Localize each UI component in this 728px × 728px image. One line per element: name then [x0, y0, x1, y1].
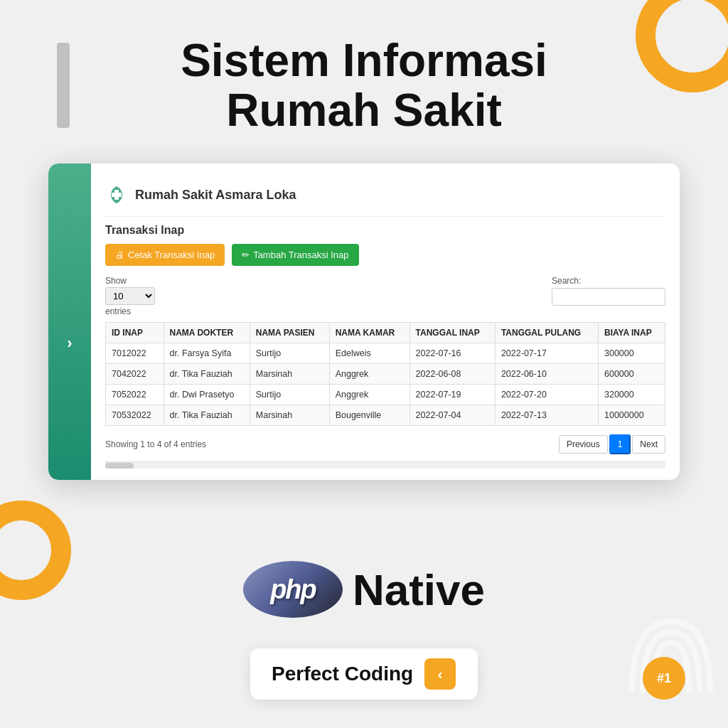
- table-row: 7042022dr. Tika FauziahMarsinahAnggrek20…: [106, 364, 665, 385]
- table-cell: Marsinah: [250, 405, 329, 426]
- pagination-buttons: Previous 1 Next: [559, 434, 665, 454]
- table-cell: Surtijo: [250, 343, 329, 364]
- page-1-button[interactable]: 1: [609, 434, 631, 454]
- table-cell: dr. Tika Fauziah: [164, 405, 250, 426]
- table-cell: 600000: [598, 364, 665, 385]
- table-cell: 7042022: [106, 364, 164, 385]
- table-cell: dr. Tika Fauziah: [164, 364, 250, 385]
- table-header-row: ID INAP NAMA DOKTER NAMA PASIEN NAMA KAM…: [106, 323, 665, 343]
- table-cell: 2022-06-08: [410, 364, 495, 385]
- next-button[interactable]: Next: [632, 435, 665, 454]
- table-cell: 10000000: [598, 405, 665, 426]
- col-tanggal-pulang: TANGGAL PULANG: [495, 323, 598, 343]
- scrollbar-thumb: [105, 463, 134, 469]
- show-label: Show: [105, 276, 155, 286]
- table-cell: Bougenville: [329, 405, 410, 426]
- col-nama-kamar: NAMA KAMAR: [329, 323, 410, 343]
- table-cell: 320000: [598, 385, 665, 405]
- sidebar: ›: [48, 164, 91, 480]
- search-label: Search:: [552, 276, 581, 286]
- native-text: Native: [353, 564, 485, 615]
- main-title: Sistem Informasi Rumah Sakit: [0, 21, 728, 150]
- table-row: 7052022dr. Dwi PrasetyoSurtijoAnggrek202…: [106, 385, 665, 405]
- badge-number-one: #1: [643, 657, 685, 700]
- table-header: ID INAP NAMA DOKTER NAMA PASIEN NAMA KAM…: [106, 323, 665, 343]
- col-nama-dokter: NAMA DOKTER: [164, 323, 250, 343]
- showing-text: Showing 1 to 4 of 4 entries: [105, 439, 206, 449]
- col-id-inap: ID INAP: [106, 323, 164, 343]
- show-select[interactable]: 10 25 50: [105, 287, 155, 305]
- table-cell: 2022-06-10: [495, 364, 598, 385]
- header-bar: Rumah Sakit Asmara Loka: [105, 176, 665, 217]
- search-block: Search:: [552, 276, 665, 306]
- pagination-row: Showing 1 to 4 of 4 entries Previous 1 N…: [105, 434, 665, 459]
- scrollbar-area[interactable]: [105, 461, 665, 469]
- table-cell: Surtijo: [250, 385, 329, 405]
- php-native-section: php Native: [0, 561, 728, 618]
- controls-row: Show 10 25 50 entries Search:: [105, 276, 665, 316]
- table-cell: dr. Dwi Prasetyo: [164, 385, 250, 405]
- table-row: 70532022dr. Tika FauziahMarsinahBougenvi…: [106, 405, 665, 426]
- footer-back-button[interactable]: ‹: [424, 658, 456, 690]
- show-entries-block: Show 10 25 50 entries: [105, 276, 155, 316]
- buttons-row: 🖨 Cetak Transaksi Inap ✏ Tambah Transaks…: [105, 244, 665, 266]
- browser-window: › Rumah Sakit Asmara Loka Transaksi Inap…: [48, 164, 680, 480]
- col-nama-pasien: NAMA PASIEN: [250, 323, 329, 343]
- col-biaya-inap: BIAYA INAP: [598, 323, 665, 343]
- table-cell: 70532022: [106, 405, 164, 426]
- logo-text: Rumah Sakit Asmara Loka: [135, 188, 296, 203]
- table-cell: 300000: [598, 343, 665, 364]
- table-cell: 2022-07-17: [495, 343, 598, 364]
- table-row: 7012022dr. Farsya SyifaSurtijoEdelweis20…: [106, 343, 665, 364]
- col-tanggal-inap: TANGGAL INAP: [410, 323, 495, 343]
- php-logo-text: php: [270, 574, 316, 605]
- table-cell: Anggrek: [329, 385, 410, 405]
- table-cell: Marsinah: [250, 364, 329, 385]
- svg-rect-1: [112, 193, 122, 197]
- php-ellipse: php: [243, 561, 343, 618]
- data-table: ID INAP NAMA DOKTER NAMA PASIEN NAMA KAM…: [105, 322, 665, 426]
- main-content: Rumah Sakit Asmara Loka Transaksi Inap 🖨…: [91, 164, 680, 480]
- table-cell: 2022-07-04: [410, 405, 495, 426]
- table-cell: dr. Farsya Syifa: [164, 343, 250, 364]
- sidebar-toggle[interactable]: ›: [67, 334, 72, 353]
- page-title: Transaksi Inap: [105, 224, 665, 237]
- cetak-button[interactable]: 🖨 Cetak Transaksi Inap: [105, 244, 225, 266]
- table-cell: 2022-07-20: [495, 385, 598, 405]
- table-cell: Edelweis: [329, 343, 410, 364]
- php-logo: php: [243, 561, 343, 618]
- printer-icon: 🖨: [115, 250, 124, 260]
- table-cell: Anggrek: [329, 364, 410, 385]
- previous-button[interactable]: Previous: [559, 435, 608, 454]
- table-cell: 2022-07-16: [410, 343, 495, 364]
- table-cell: 2022-07-19: [410, 385, 495, 405]
- hospital-logo-icon: [105, 183, 128, 206]
- search-input[interactable]: [552, 288, 665, 306]
- table-cell: 2022-07-13: [495, 405, 598, 426]
- entries-label: entries: [105, 306, 155, 316]
- table-cell: 7052022: [106, 385, 164, 405]
- pencil-icon: ✏: [242, 250, 250, 260]
- table-body: 7012022dr. Farsya SyifaSurtijoEdelweis20…: [106, 343, 665, 426]
- tambah-button[interactable]: ✏ Tambah Transaksi Inap: [232, 244, 358, 266]
- footer-bar: Perfect Coding ‹: [250, 648, 478, 700]
- chevron-left-icon: ‹: [438, 666, 443, 682]
- footer-text: Perfect Coding: [272, 663, 413, 685]
- table-cell: 7012022: [106, 343, 164, 364]
